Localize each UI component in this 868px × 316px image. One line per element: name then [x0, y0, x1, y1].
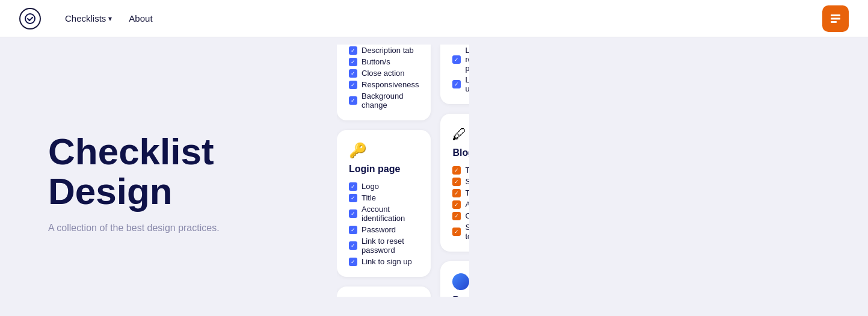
list-item: ✓ Background change: [349, 90, 419, 111]
card-emoji: 🔑: [349, 142, 419, 159]
checkbox: ✓: [349, 81, 357, 89]
checkbox: ✓: [349, 258, 357, 266]
list-item: ✓ Button/s: [349, 56, 419, 67]
nav-checklists[interactable]: Checklists ▾: [58, 8, 119, 28]
list-item: ✓ Subheading: [452, 176, 469, 187]
checkbox: ✓: [349, 226, 357, 234]
list-item: ✓ Description tab: [349, 45, 419, 56]
checkbox: ✓: [452, 200, 461, 209]
nav-links: Checklists ▾ About: [58, 8, 160, 28]
list-item: ✓ Link to sign up: [452, 74, 469, 94]
svg-rect-3: [831, 21, 837, 23]
checkbox: ✓: [452, 166, 461, 175]
checkbox: ✓: [452, 189, 461, 197]
hero-title: Checklist Design: [48, 132, 289, 210]
checkbox: ✓: [452, 80, 461, 88]
card-title: Buttons: [452, 295, 469, 297]
list-item: ✓ Thumbnail: [452, 187, 469, 199]
checkbox: ✓: [349, 241, 357, 250]
checkbox: ✓: [349, 209, 357, 218]
logo-icon: [19, 8, 41, 29]
list-item: ✓ Title: [452, 164, 469, 176]
list-item: ✓ Content: [452, 210, 469, 222]
checkbox: ✓: [452, 228, 461, 236]
svg-rect-2: [831, 17, 840, 19]
checkbox: ✓: [349, 194, 357, 202]
list-item: ✓ Title: [349, 192, 419, 203]
checkbox: ✓: [349, 96, 357, 105]
list-item: ✓ Link to reset password: [349, 235, 419, 256]
checkbox: ✓: [452, 55, 461, 64]
navbar: Checklists ▾ About: [0, 0, 868, 37]
main-content: Checklist Design A collection of the bes…: [0, 37, 868, 316]
svg-rect-1: [831, 14, 840, 16]
card-column-1: ✓ Description tab ✓ Button/s ✓ Close act…: [337, 45, 431, 297]
partial-card-bottom: [337, 287, 431, 297]
list-item: ✓ Link to sign up: [349, 256, 419, 267]
cards-container: ✓ Description tab ✓ Button/s ✓ Close act…: [337, 45, 469, 297]
svg-point-0: [25, 14, 35, 23]
list-item: ✓ Link to reset password: [452, 45, 469, 74]
hero-section: Checklist Design A collection of the bes…: [0, 37, 325, 316]
card-column-2: ✓ Link to reset password ✓ Link to sign …: [440, 45, 469, 297]
buttons-partial-card: Buttons ✓ Styles: [440, 261, 469, 297]
list-item: ✓ Password: [349, 224, 419, 235]
list-item: ✓ Account identification: [349, 203, 419, 224]
checkbox: ✓: [349, 46, 357, 55]
cards-area: ✓ Description tab ✓ Button/s ✓ Close act…: [325, 37, 868, 316]
forgot-password-partial: ✓ Link to reset password ✓ Link to sign …: [440, 45, 469, 104]
card-title: Blog Post: [452, 147, 469, 158]
checkbox: ✓: [349, 58, 357, 66]
login-page-card: 🔑 Login page ✓ Logo ✓ Title ✓ Account id…: [337, 130, 431, 277]
checkbox: ✓: [349, 182, 357, 191]
checkbox: ✓: [452, 212, 461, 220]
card-emoji: 🖊: [452, 126, 469, 143]
blog-post-card: 🖊 Blog Post ✓ Title ✓ Subheading ✓ Thumb…: [440, 114, 469, 252]
list-item: ✓ Close action: [349, 67, 419, 79]
navbar-right: [822, 5, 849, 32]
card-title: Login page: [349, 164, 419, 175]
list-item: ✓ Sharing tools: [452, 222, 469, 242]
list-item: ✓ Author: [452, 199, 469, 210]
buttons-icon: [452, 273, 469, 290]
nav-about[interactable]: About: [122, 8, 159, 28]
hero-subtitle: A collection of the best design practice…: [48, 223, 289, 234]
list-item: ✓ Responsiveness: [349, 79, 419, 90]
partial-card-top: ✓ Description tab ✓ Button/s ✓ Close act…: [337, 45, 431, 120]
checkbox: ✓: [349, 69, 357, 78]
stackbit-button[interactable]: [822, 5, 849, 32]
logo-container[interactable]: [19, 8, 41, 29]
list-item: ✓ Logo: [349, 181, 419, 192]
chevron-down-icon: ▾: [108, 14, 112, 23]
checkbox: ✓: [452, 178, 461, 186]
